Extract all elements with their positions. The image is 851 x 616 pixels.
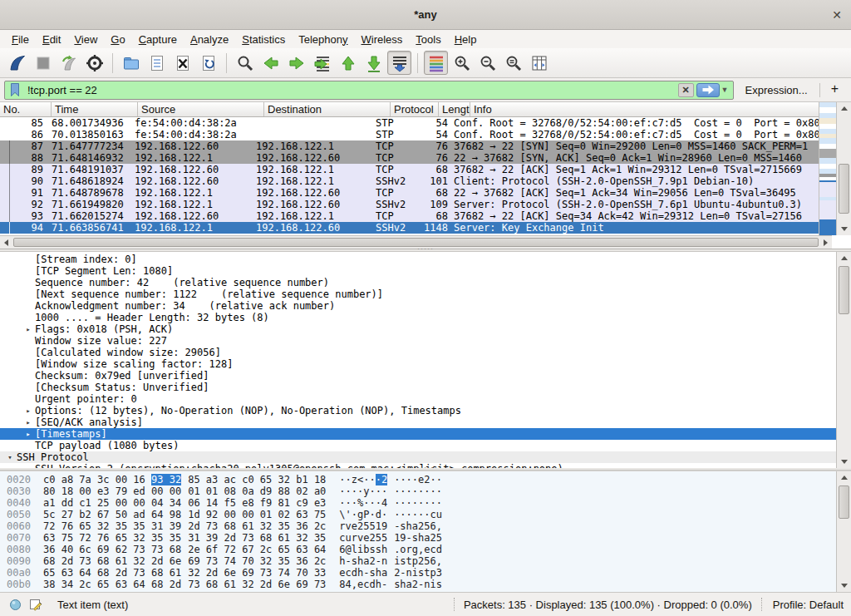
close-file-button[interactable] [170, 51, 194, 75]
go-to-packet-button[interactable] [310, 51, 334, 75]
scroll-left-icon[interactable] [4, 239, 8, 246]
scrollbar-thumb[interactable] [839, 164, 849, 214]
detail-tree-item[interactable]: [TCP Segment Len: 1080] [0, 265, 836, 277]
scroll-up-icon[interactable] [841, 476, 848, 480]
scrollbar-thumb[interactable] [839, 485, 849, 519]
scroll-up-icon[interactable] [841, 106, 848, 111]
close-icon[interactable]: ✕ [832, 7, 842, 22]
apply-filter-button[interactable] [696, 83, 720, 97]
packet-list-vscrollbar[interactable] [836, 102, 851, 235]
expand-arrow-icon[interactable] [22, 393, 35, 405]
expand-arrow-icon[interactable] [22, 358, 35, 370]
expand-arrow-icon[interactable] [22, 288, 35, 300]
intelligent-scrollbar-minimap[interactable] [819, 102, 836, 235]
find-packet-button[interactable] [233, 51, 257, 75]
expand-arrow-icon[interactable]: ▸ [22, 323, 35, 335]
scroll-right-icon[interactable] [824, 239, 828, 246]
hex-row[interactable]: 0040 a1 dd c1 25 00 00 04 34 06 14 f5 e8… [0, 497, 836, 509]
column-header-protocol[interactable]: Protocol [391, 102, 439, 116]
expand-arrow-icon[interactable]: ▸ [22, 405, 35, 416]
menu-item[interactable]: View [67, 32, 104, 47]
hex-row[interactable]: 0070 63 75 72 76 65 32 35 35 31 39 2d 73… [0, 532, 836, 544]
profile-selector[interactable]: Profile: Default [768, 599, 844, 611]
detail-tree-item[interactable]: ▾ SSH Protocol [0, 451, 836, 463]
column-header-source[interactable]: Source [138, 102, 264, 116]
detail-tree-item[interactable]: [Checksum Status: Unverified] [0, 382, 836, 393]
hex-row[interactable]: 0060 72 76 65 32 35 35 31 39 2d 73 68 61… [0, 520, 836, 532]
resize-columns-button[interactable] [527, 51, 551, 75]
detail-tree-item[interactable]: ▸ [Timestamps] [0, 428, 836, 440]
expand-arrow-icon[interactable] [22, 265, 35, 277]
menu-item[interactable]: Analyze [184, 32, 235, 47]
detail-tree-item[interactable]: TCP payload (1080 bytes) [0, 440, 836, 451]
scroll-down-icon[interactable] [841, 460, 848, 464]
start-capture-button[interactable] [5, 51, 29, 75]
packet-row[interactable]: 93 71.662015274 192.168.122.60 192.168.1… [0, 210, 819, 222]
scroll-down-icon[interactable] [841, 584, 848, 588]
column-header-length[interactable]: Length [439, 102, 470, 116]
clear-filter-button[interactable]: ✕ [678, 83, 694, 97]
packet-row[interactable]: 92 71.661949820 192.168.122.1 192.168.12… [0, 199, 819, 210]
menu-item[interactable]: File [5, 32, 36, 47]
hex-row[interactable]: 0090 68 2d 73 68 61 32 2d 6e 69 73 74 70… [0, 555, 836, 567]
stop-capture-button[interactable] [31, 51, 55, 75]
detail-tree-item[interactable]: 1000 .... = Header Length: 32 bytes (8) [0, 312, 836, 323]
save-file-button[interactable] [145, 51, 169, 75]
detail-tree-item[interactable]: [Stream index: 0] [0, 254, 836, 265]
menu-item[interactable]: Help [448, 32, 484, 47]
expand-arrow-icon[interactable] [22, 370, 35, 382]
hex-row[interactable]: 00b0 38 34 2c 65 63 64 68 2d 73 68 61 32… [0, 579, 836, 590]
filter-history-dropdown[interactable]: ▼ [720, 86, 730, 94]
detail-tree-item[interactable]: Checksum: 0x79ed [unverified] [0, 370, 836, 382]
detail-tree-item[interactable]: ▸ Flags: 0x018 (PSH, ACK) [0, 323, 836, 335]
zoom-in-button[interactable] [450, 51, 474, 75]
detail-tree-item[interactable]: Acknowledgment number: 34 (relative ack … [0, 300, 836, 312]
capture-options-button[interactable] [82, 51, 106, 75]
expert-info-button[interactable] [7, 597, 22, 612]
details-vscrollbar[interactable] [836, 252, 851, 468]
auto-scroll-button[interactable] [387, 51, 411, 75]
packet-row[interactable]: 85 68.001734936 fe:54:00:d4:38:2a STP 54… [0, 117, 819, 129]
menu-item[interactable]: Wireless [355, 32, 410, 47]
expand-arrow-icon[interactable] [22, 277, 35, 288]
detail-tree-item[interactable]: Window size value: 227 [0, 335, 836, 347]
detail-tree-item[interactable]: [Calculated window size: 29056] [0, 347, 836, 358]
restart-capture-button[interactable] [57, 51, 81, 75]
expand-arrow-icon[interactable] [22, 312, 35, 323]
colorize-packets-button[interactable] [424, 51, 448, 75]
go-back-button[interactable] [258, 51, 283, 75]
zoom-out-button[interactable] [475, 51, 499, 75]
detail-tree-item[interactable]: ▸ [SEQ/ACK analysis] [0, 416, 836, 428]
expand-arrow-icon[interactable]: ▸ [22, 428, 35, 440]
add-filter-button[interactable]: + [824, 81, 847, 98]
bytes-vscrollbar[interactable] [836, 471, 851, 592]
expand-arrow-icon[interactable] [22, 335, 35, 347]
go-forward-button[interactable] [284, 51, 308, 75]
expand-arrow-icon[interactable] [22, 382, 35, 393]
zoom-reset-button[interactable] [501, 51, 525, 75]
detail-tree-item[interactable]: Sequence number: 42 (relative sequence n… [0, 277, 836, 288]
display-filter-input[interactable] [25, 84, 678, 96]
expand-arrow-icon[interactable] [22, 254, 35, 265]
scroll-down-icon[interactable] [841, 227, 848, 231]
menu-item[interactable]: Tools [409, 32, 447, 47]
capture-comment-button[interactable] [28, 597, 43, 612]
packet-row[interactable]: 86 70.013850163 fe:54:00:d4:38:2a STP 54… [0, 129, 819, 140]
expand-arrow-icon[interactable]: ▸ [22, 416, 35, 428]
go-bottom-button[interactable] [362, 51, 386, 75]
expression-button[interactable]: Expression... [738, 84, 815, 96]
scroll-up-icon[interactable] [841, 256, 848, 260]
column-header-destination[interactable]: Destination [264, 102, 391, 116]
detail-tree-item[interactable]: ▸ Options: (12 bytes), No-Operation (NOP… [0, 405, 836, 416]
go-top-button[interactable] [336, 51, 360, 75]
packet-row[interactable]: 94 71.663856741 192.168.122.1 192.168.12… [0, 222, 819, 234]
column-header-info[interactable]: Info [470, 102, 819, 116]
hex-row[interactable]: 0050 5c 27 b2 67 50 ad 64 98 1d 92 00 00… [0, 509, 836, 520]
menu-item[interactable]: Statistics [235, 32, 292, 47]
column-header-no[interactable]: No. [0, 102, 52, 116]
menu-item[interactable]: Go [104, 32, 131, 47]
detail-tree-item[interactable]: [Next sequence number: 1122 (relative se… [0, 288, 836, 300]
packet-row[interactable]: 88 71.648146932 192.168.122.1 192.168.12… [0, 152, 819, 164]
expand-arrow-icon[interactable]: ▾ [3, 451, 17, 463]
packet-row[interactable]: 89 71.648191037 192.168.122.60 192.168.1… [0, 164, 819, 175]
